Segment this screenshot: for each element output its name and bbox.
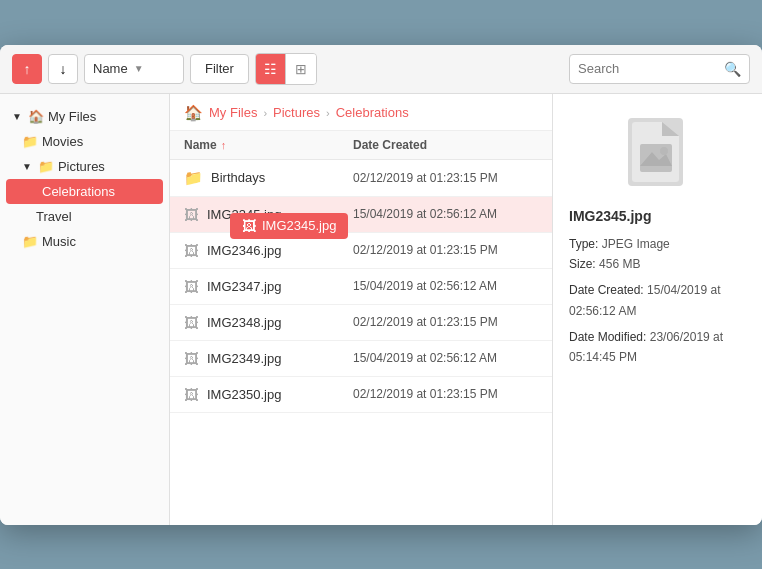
image-icon: 🖼 — [184, 386, 199, 403]
grid-icon: ⊞ — [295, 61, 307, 77]
col-name-label: Name — [184, 138, 217, 152]
breadcrumb-myfiles[interactable]: My Files — [209, 105, 257, 120]
file-name: IMG2346.jpg — [207, 243, 353, 258]
sidebar-item-myfiles-label: My Files — [48, 109, 96, 124]
home-icon: 🏠 — [184, 104, 203, 122]
table-row[interactable]: 📁 Birthdays 02/12/2019 at 01:23:15 PM — [170, 160, 552, 197]
sort-up-icon: ↑ — [24, 61, 31, 77]
file-date: 02/12/2019 at 01:23:15 PM — [353, 171, 538, 185]
table-row[interactable]: 🖼 IMG2349.jpg 15/04/2019 at 02:56:12 AM — [170, 341, 552, 377]
detail-created-label: Date Created: — [569, 283, 644, 297]
grid-view-button[interactable]: ⊞ — [286, 54, 316, 84]
chevron-down-icon: ▼ — [134, 63, 144, 74]
file-date: 15/04/2019 at 02:56:12 AM — [353, 207, 538, 221]
file-name: IMG2349.jpg — [207, 351, 353, 366]
file-date: 15/04/2019 at 02:56:12 AM — [353, 351, 538, 365]
detail-panel: IMG2345.jpg Type: JPEG Image Size: 456 M… — [552, 94, 762, 525]
table-row[interactable]: 🖼 IMG2345.jpg 15/04/2019 at 02:56:12 AM … — [170, 197, 552, 233]
sidebar-item-celebrations[interactable]: Celebrations — [6, 179, 163, 204]
file-date: 02/12/2019 at 01:23:15 PM — [353, 243, 538, 257]
sidebar-item-music[interactable]: 📁 Music — [0, 229, 169, 254]
sort-name-dropdown[interactable]: Name ▼ — [84, 54, 184, 84]
detail-type-value: JPEG Image — [602, 237, 670, 251]
detail-info: Type: JPEG Image Size: 456 MB Date Creat… — [569, 234, 746, 368]
folder-icon: 📁 — [38, 159, 54, 174]
file-area: 🏠 My Files › Pictures › Celebrations Nam… — [170, 94, 552, 525]
file-manager-window: ↑ ↓ Name ▼ Filter ☷ ⊞ 🔍 ▼ � — [0, 45, 762, 525]
folder-icon: 📁 — [184, 169, 203, 187]
detail-size-value: 456 MB — [599, 257, 640, 271]
detail-modified: Date Modified: 23/06/2019 at 05:14:45 PM — [569, 327, 746, 368]
sidebar-item-travel[interactable]: Travel — [0, 204, 169, 229]
detail-size: Size: 456 MB — [569, 254, 746, 274]
expand-icon: ▼ — [12, 111, 22, 122]
file-date: 02/12/2019 at 01:23:15 PM — [353, 315, 538, 329]
sidebar-item-movies-label: Movies — [42, 134, 83, 149]
image-icon: 🖼 — [184, 278, 199, 295]
file-list: 📁 Birthdays 02/12/2019 at 01:23:15 PM 🖼 … — [170, 160, 552, 525]
detail-type: Type: JPEG Image — [569, 234, 746, 254]
sort-asc-icon: ↑ — [221, 139, 227, 151]
sort-up-button[interactable]: ↑ — [12, 54, 42, 84]
file-date: 15/04/2019 at 02:56:12 AM — [353, 279, 538, 293]
sort-down-icon: ↓ — [60, 61, 67, 77]
image-icon: 🖼 — [184, 314, 199, 331]
list-view-button[interactable]: ☷ — [256, 54, 286, 84]
sort-name-label: Name — [93, 61, 128, 76]
sidebar: ▼ 🏠 My Files 📁 Movies ▼ 📁 Pictures Celeb… — [0, 94, 170, 525]
sidebar-item-movies[interactable]: 📁 Movies — [0, 129, 169, 154]
image-icon: 🖼 — [184, 242, 199, 259]
file-table-header: Name ↑ Date Created — [170, 131, 552, 160]
detail-size-label: Size: — [569, 257, 596, 271]
detail-modified-label: Date Modified: — [569, 330, 646, 344]
myfiles-icon: 🏠 — [28, 109, 44, 124]
file-name: IMG2347.jpg — [207, 279, 353, 294]
image-icon: 🖼 — [184, 350, 199, 367]
file-name: IMG2348.jpg — [207, 315, 353, 330]
sidebar-item-pictures-label: Pictures — [58, 159, 105, 174]
table-row[interactable]: 🖼 IMG2350.jpg 02/12/2019 at 01:23:15 PM — [170, 377, 552, 413]
svg-point-6 — [660, 147, 668, 155]
file-name: IMG2345.jpg — [207, 207, 353, 222]
detail-type-label: Type: — [569, 237, 598, 251]
sidebar-item-travel-label: Travel — [36, 209, 72, 224]
table-row[interactable]: 🖼 IMG2348.jpg 02/12/2019 at 01:23:15 PM — [170, 305, 552, 341]
main-area: ▼ 🏠 My Files 📁 Movies ▼ 📁 Pictures Celeb… — [0, 94, 762, 525]
sort-down-button[interactable]: ↓ — [48, 54, 78, 84]
folder-icon: 📁 — [22, 134, 38, 149]
toolbar: ↑ ↓ Name ▼ Filter ☷ ⊞ 🔍 — [0, 45, 762, 94]
file-date: 02/12/2019 at 01:23:15 PM — [353, 387, 538, 401]
image-icon: 🖼 — [184, 206, 199, 223]
col-date-label: Date Created — [353, 138, 538, 152]
preview-icon — [613, 114, 703, 194]
file-name: Birthdays — [211, 170, 353, 185]
sidebar-item-myfiles[interactable]: ▼ 🏠 My Files — [0, 104, 169, 129]
search-input[interactable] — [578, 61, 718, 76]
detail-created: Date Created: 15/04/2019 at 02:56:12 AM — [569, 280, 746, 321]
breadcrumb: 🏠 My Files › Pictures › Celebrations — [170, 94, 552, 131]
search-icon: 🔍 — [724, 61, 741, 77]
list-icon: ☷ — [264, 61, 277, 77]
sidebar-item-celebrations-label: Celebrations — [42, 184, 115, 199]
breadcrumb-pictures[interactable]: Pictures — [273, 105, 320, 120]
breadcrumb-sep2: › — [326, 107, 330, 119]
breadcrumb-sep1: › — [263, 107, 267, 119]
sidebar-item-music-label: Music — [42, 234, 76, 249]
expand-icon: ▼ — [22, 161, 32, 172]
detail-filename: IMG2345.jpg — [569, 208, 746, 224]
filter-button[interactable]: Filter — [190, 54, 249, 84]
table-row[interactable]: 🖼 IMG2346.jpg 02/12/2019 at 01:23:15 PM — [170, 233, 552, 269]
file-name: IMG2350.jpg — [207, 387, 353, 402]
view-toggle: ☷ ⊞ — [255, 53, 317, 85]
search-box: 🔍 — [569, 54, 750, 84]
file-preview-svg — [618, 116, 698, 191]
sidebar-item-pictures[interactable]: ▼ 📁 Pictures — [0, 154, 169, 179]
folder-icon: 📁 — [22, 234, 38, 249]
breadcrumb-current: Celebrations — [336, 105, 409, 120]
table-row[interactable]: 🖼 IMG2347.jpg 15/04/2019 at 02:56:12 AM — [170, 269, 552, 305]
